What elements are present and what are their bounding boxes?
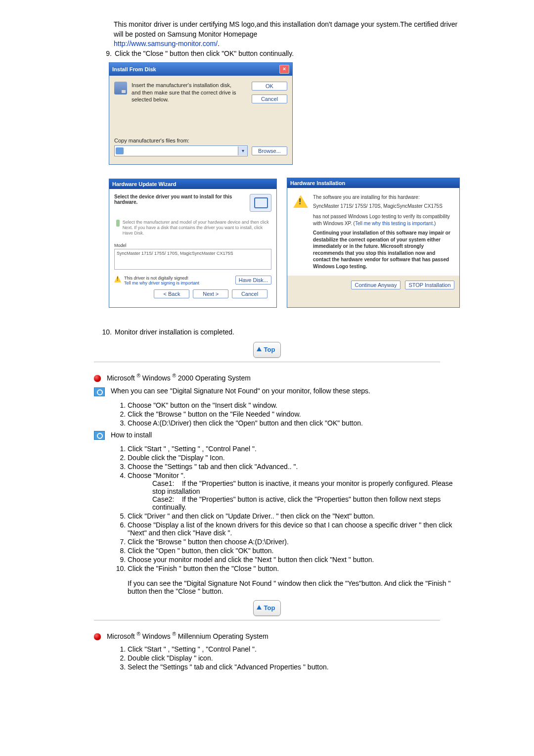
copy-from-label: Copy manufacturer's files from: [114,138,287,143]
step-10: 10. Monitor driver installation is compl… [102,328,460,337]
sig-not-found-heading: When you can see "Digital Signature Not … [94,387,460,396]
model-label: Model [114,243,271,248]
separator [94,362,440,362]
step-9: 9. Click the "Close " button then click … [102,49,460,59]
hinst-l2: SyncMaster 171S/ 175S/ 170S, MagicSyncMa… [313,203,453,210]
cancel-button[interactable]: Cancel [252,94,287,103]
warning-icon [293,195,308,208]
not-signed-text: This driver is not digitally signed! [124,276,199,281]
red-bullet-icon [94,633,101,640]
case2: Case2: If the "Properties" button is act… [152,495,460,511]
step-10-num: 10. [102,328,112,337]
list-item: Click the "Finish " button then the "Clo… [128,565,460,595]
close-icon[interactable]: × [279,65,289,74]
list-item: Click "Start " , "Setting " , "Control P… [128,445,460,453]
separator [94,620,440,620]
cancel-button-2[interactable]: Cancel [232,289,267,298]
step-10-text: Monitor driver installation is completed… [115,328,234,337]
huw-instruction: Select the manufacturer and model of you… [123,220,269,236]
huw-title: Hardware Update Wizard [112,181,177,187]
top-button[interactable]: Top [253,600,281,616]
list-item: Click the "Browse " button on the "File … [128,410,460,418]
o-bullet-icon [94,387,105,396]
list-item: Select the "Settings " tab and click "Ad… [128,663,460,671]
list-item: Choose your monitor model and click the … [128,556,460,564]
hinst-title: Hardware Installation [290,180,345,186]
hardware-update-wizard-dialog: Hardware Update Wizard Select the device… [109,179,277,307]
step-9-num: 9. [102,49,112,59]
back-button[interactable]: < Back [154,289,189,298]
wme-heading: Microsoft ® Windows ® Millennium Operati… [94,631,460,640]
stop-installation-button[interactable]: STOP Installation [405,281,454,289]
list-item: Click "Driver " and then click on "Updat… [128,512,460,520]
model-listbox[interactable]: SyncMaster 171S/ 175S/ 170S, MagicSyncMa… [114,249,271,270]
why-signing-link[interactable]: Tell me why driver signing is important [124,281,199,285]
list-item: Choose "Display a list of the known driv… [128,521,460,537]
warning-icon [114,276,121,283]
floppy-icon [114,82,127,94]
intro-paragraph: This monitor driver is under certifying … [114,20,460,49]
browse-button[interactable]: Browse... [252,146,287,155]
intro-text: This monitor driver is under certifying … [114,20,457,38]
top-button[interactable]: Top [253,342,281,358]
continue-anyway-button[interactable]: Continue Anyway [351,281,400,289]
list-item: Choose "Monitor ". Case1: If the "Proper… [128,472,460,511]
hinst-l1: The software you are installing for this… [313,194,453,201]
list-item: Click the "Browse " button then choose A… [128,538,460,546]
install-from-disk-title: Install From Disk [112,66,156,72]
list-item: Click "Start " , "Setting " , "Control P… [128,645,460,653]
samsung-link[interactable]: http://www.samsung-monitor.com/ [114,40,218,47]
install-from-disk-msg: Insert the manufacturer's installation d… [132,82,240,103]
how-to-install-heading: How to install [94,431,460,440]
huw-heading: Select the device driver you want to ins… [114,194,238,205]
install-from-disk-dialog: Install From Disk × Insert the manufactu… [109,62,293,165]
hinst-l3link[interactable]: Tell me why this testing is important. [355,221,434,226]
case1: Case1: If the "Properties" button is ina… [152,479,460,495]
wme-steps-list: Click "Start " , "Setting " , "Control P… [114,645,460,671]
list-item: Choose "OK" button on the "Insert disk "… [128,401,460,409]
hinst-bold: Continuing your installation of this sof… [313,230,453,270]
path-combobox[interactable]: ▾ [114,145,248,156]
next-button[interactable]: Next > [193,289,228,298]
list-item: Choose the "Settings " tab and then clic… [128,463,460,471]
o-bullet-icon [94,431,105,440]
have-disk-button[interactable]: Have Disk... [235,276,271,284]
w2000-heading: Microsoft ® Windows ® 2000 Operating Sys… [94,373,460,382]
drive-icon [116,147,124,154]
list-item: Double click "Display " icon. [128,654,460,662]
chip-icon [116,220,120,227]
list-item: Click the "Open " button, then click "OK… [128,547,460,555]
list-item: Double click the "Display " Icon. [128,454,460,462]
step-9-text: Click the "Close " button then click "OK… [115,49,294,59]
red-bullet-icon [94,375,101,382]
list-item: Choose A:(D:\Driver) then click the "Ope… [128,419,460,427]
ok-button[interactable]: OK [252,82,287,91]
sig-steps-list: Choose "OK" button on the "Insert disk "… [114,401,460,427]
device-icon [250,194,271,212]
install-steps-list: Click "Start " , "Setting " , "Control P… [114,445,460,595]
chevron-down-icon[interactable]: ▾ [238,146,247,155]
hardware-installation-dialog: Hardware Installation The software you a… [287,178,460,307]
tail-note: If you can see the "Digital Signature No… [128,579,450,595]
